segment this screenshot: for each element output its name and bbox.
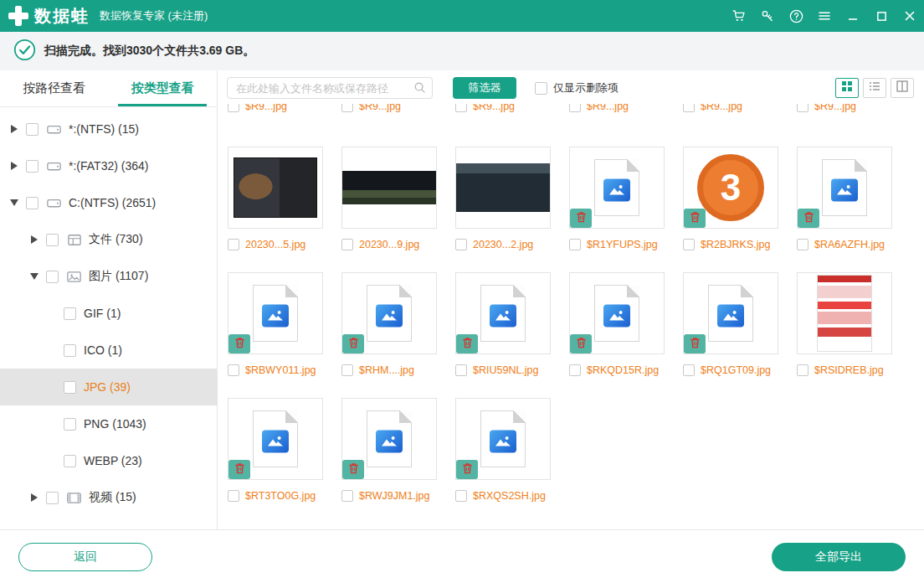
file-checkbox[interactable] xyxy=(228,239,239,250)
tree-item-fat32-star[interactable]: *:(FAT32) (364) xyxy=(0,147,217,184)
help-icon[interactable] xyxy=(782,0,810,32)
file-name: $RWJ9JM1.jpg xyxy=(359,490,430,502)
tree-checkbox[interactable] xyxy=(26,197,38,209)
file-checkbox[interactable] xyxy=(228,490,239,502)
chevron-down-icon[interactable] xyxy=(28,273,40,280)
file-item[interactable]: $RA6AZFH.jpg xyxy=(797,147,911,250)
file-checkbox[interactable] xyxy=(341,364,353,376)
tree-checkbox[interactable] xyxy=(26,123,38,136)
tab-view-by-type[interactable]: 按类型查看 xyxy=(109,70,218,106)
view-mode-grid-button[interactable] xyxy=(835,78,859,98)
filter-button[interactable]: 筛选器 xyxy=(453,77,516,99)
file-item[interactable]: 20230...5.jpg xyxy=(228,147,341,250)
file-item[interactable]: $RXQS2SH.jpg xyxy=(455,398,569,502)
file-checkbox[interactable] xyxy=(455,104,467,112)
file-item[interactable]: 20230...9.jpg xyxy=(341,147,455,250)
file-checkbox[interactable] xyxy=(683,239,695,250)
tree-checkbox[interactable] xyxy=(26,160,38,173)
file-thumbnail-box[interactable] xyxy=(455,147,551,229)
file-item[interactable]: 20230...2.jpg xyxy=(455,147,569,250)
file-item[interactable]: $RT3TO0G.jpg xyxy=(228,398,341,502)
file-thumbnail-box[interactable] xyxy=(569,272,665,354)
file-thumbnail-box[interactable] xyxy=(455,398,551,480)
file-checkbox[interactable] xyxy=(455,490,467,502)
tree-item-gif[interactable]: GIF (1) xyxy=(0,295,217,332)
file-checkbox[interactable] xyxy=(455,364,467,376)
tree-checkbox[interactable] xyxy=(46,492,59,504)
tree-checkbox[interactable] xyxy=(46,234,59,246)
file-item[interactable]: $RIU59NL.jpg xyxy=(455,272,569,376)
tree-item-tupian[interactable]: 图片 (1107) xyxy=(0,258,217,295)
file-item[interactable]: $R1YFUPS.jpg xyxy=(569,147,683,250)
tree-item-wenjian[interactable]: 文件 (730) xyxy=(0,221,217,258)
file-thumbnail-box[interactable]: 3 xyxy=(683,147,778,229)
file-thumbnail-box[interactable] xyxy=(228,147,323,229)
file-thumbnail-box[interactable] xyxy=(228,398,323,480)
tree-item-png[interactable]: PNG (1043) xyxy=(0,405,217,442)
file-item[interactable]: 3$R2BJRKS.jpg xyxy=(683,147,797,250)
tree-item-ico[interactable]: ICO (1) xyxy=(0,332,217,369)
search-icon[interactable] xyxy=(413,81,426,97)
tree-checkbox[interactable] xyxy=(64,307,76,320)
maximize-button[interactable] xyxy=(867,0,896,32)
chevron-right-icon[interactable] xyxy=(8,125,20,133)
tree-checkbox[interactable] xyxy=(64,344,76,357)
show-deleted-checkbox[interactable] xyxy=(535,82,547,95)
file-thumbnail-box[interactable] xyxy=(455,272,551,354)
file-thumbnail-box[interactable] xyxy=(341,272,437,354)
file-checkbox[interactable] xyxy=(683,104,695,112)
file-item[interactable]: $RKQD15R.jpg xyxy=(569,272,683,376)
export-all-button[interactable]: 全部导出 xyxy=(772,543,906,571)
file-thumbnail-box[interactable] xyxy=(569,147,665,229)
tree-checkbox[interactable] xyxy=(64,455,76,467)
file-checkbox[interactable] xyxy=(797,239,808,250)
tab-view-by-path[interactable]: 按路径查看 xyxy=(0,70,109,106)
view-mode-list-button[interactable] xyxy=(863,78,886,98)
show-deleted-only-toggle[interactable]: 仅显示删除项 xyxy=(535,80,619,95)
close-button[interactable] xyxy=(896,0,924,32)
file-checkbox[interactable] xyxy=(683,364,695,376)
file-item[interactable]: $RSIDREB.jpg xyxy=(797,272,911,376)
file-checkbox[interactable] xyxy=(341,104,353,112)
file-thumbnail-box[interactable] xyxy=(341,147,437,229)
chevron-right-icon[interactable] xyxy=(28,235,40,244)
file-checkbox[interactable] xyxy=(341,239,353,250)
menu-icon[interactable] xyxy=(810,0,839,32)
tree-checkbox[interactable] xyxy=(64,418,76,431)
tree-item-ntfs-star[interactable]: *:(NTFS) (15) xyxy=(0,111,217,147)
chevron-down-icon[interactable] xyxy=(8,199,20,206)
file-item[interactable]: $RBWY011.jpg xyxy=(228,272,341,376)
file-checkbox[interactable] xyxy=(569,239,581,250)
key-icon[interactable] xyxy=(753,0,782,32)
file-thumbnail-box[interactable] xyxy=(797,272,892,354)
file-thumbnail-box[interactable] xyxy=(228,272,323,354)
file-thumbnail-box[interactable] xyxy=(797,147,892,229)
file-thumbnail-box[interactable] xyxy=(341,398,437,480)
tree-item-shipin[interactable]: 视频 (15) xyxy=(0,479,217,516)
file-item[interactable]: $RWJ9JM1.jpg xyxy=(341,398,455,502)
back-button[interactable]: 返回 xyxy=(18,543,152,571)
cart-icon[interactable] xyxy=(725,0,753,32)
search-input[interactable] xyxy=(227,77,433,99)
view-mode-detail-button[interactable] xyxy=(891,78,914,98)
chevron-right-icon[interactable] xyxy=(28,493,40,502)
file-item[interactable]: $RQ1GT09.jpg xyxy=(683,272,797,376)
file-checkbox[interactable] xyxy=(797,104,808,112)
tree-checkbox[interactable] xyxy=(46,271,59,283)
tree-item-c-ntfs[interactable]: C:(NTFS) (2651) xyxy=(0,184,217,221)
file-checkbox[interactable] xyxy=(228,104,239,112)
file-checkbox[interactable] xyxy=(228,364,239,376)
tree-item-jpg[interactable]: JPG (39) xyxy=(0,369,217,405)
chevron-right-icon[interactable] xyxy=(8,162,20,170)
file-checkbox[interactable] xyxy=(569,364,581,376)
file-checkbox[interactable] xyxy=(797,364,808,376)
tree-checkbox[interactable] xyxy=(64,381,76,394)
tree-item-webp[interactable]: WEBP (23) xyxy=(0,442,217,479)
scan-status-bar: 扫描完成。找到3030个文件共3.69 GB。 xyxy=(0,32,924,70)
file-thumbnail-box[interactable] xyxy=(683,272,778,354)
file-item[interactable]: $RHM....jpg xyxy=(341,272,455,376)
file-checkbox[interactable] xyxy=(455,239,467,250)
file-checkbox[interactable] xyxy=(569,104,581,112)
minimize-button[interactable] xyxy=(839,0,867,32)
file-checkbox[interactable] xyxy=(341,490,353,502)
